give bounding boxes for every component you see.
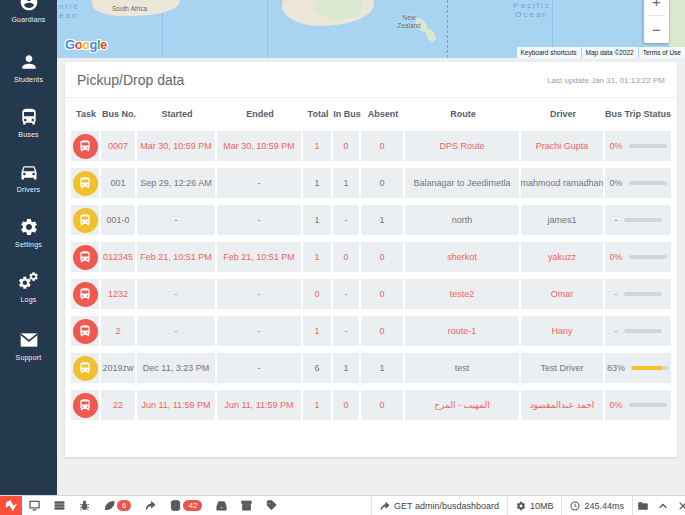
sidebar-item-students[interactable]: Students	[0, 52, 57, 83]
panel-title: Pickup/Drop data	[77, 72, 184, 88]
absent-cell: 0	[361, 168, 405, 198]
map-attribution: Keyboard shortcuts Map data ©2022 Terms …	[517, 47, 685, 58]
total-cell: 0	[303, 279, 333, 309]
table-row[interactable]: 001-0 - - 1 - 1 north james1 -	[71, 205, 671, 235]
forward-arrow-icon	[380, 501, 390, 511]
sidebar-item-buses[interactable]: Buses	[0, 107, 57, 138]
console-icon[interactable]	[22, 496, 47, 515]
queries-badge: 42	[183, 500, 202, 511]
terms-of-use-link[interactable]: Terms of Use	[639, 47, 685, 58]
bus-status-icon[interactable]	[73, 393, 98, 418]
bus-status-icon[interactable]	[73, 319, 98, 344]
sidebar-item-logs[interactable]: Logs	[0, 272, 57, 303]
bus-status-icon[interactable]	[73, 245, 98, 270]
progress-bar	[624, 329, 662, 333]
table-body: 0007 Mar 30, 10:59 PM Mar 30, 10:59 PM 1…	[65, 128, 677, 420]
table-row[interactable]: 001 Sep 29, 12:26 AM - 1 1 0 Balanagar t…	[71, 168, 671, 198]
sidebar-item-label: Logs	[21, 296, 37, 303]
student-icon	[19, 52, 39, 72]
started-cell: Mar 30, 10:59 PM	[137, 131, 217, 161]
folder-icon	[638, 501, 648, 511]
route-cell: DPS Route	[405, 131, 521, 161]
table-row[interactable]: 012345 Feb 21, 10:51 PM Feb 21, 10:51 PM…	[71, 242, 671, 272]
progress-percent-label: 0%	[609, 141, 622, 151]
driver-cell: Omar	[521, 279, 605, 309]
debugbar-status: GET admin/busdashboard 10MB 245.44ms	[371, 496, 685, 515]
request-chip[interactable]: GET admin/busdashboard	[371, 496, 507, 515]
views-tab[interactable]: 6	[97, 496, 138, 515]
folder-button[interactable]	[632, 496, 653, 515]
total-cell: 1	[303, 131, 333, 161]
memory-chip[interactable]: 10MB	[507, 496, 562, 515]
table-row[interactable]: 22 Jun 11, 11:59 PM Jun 11, 11:59 PM 1 0…	[71, 390, 671, 420]
sidebar-item-guardians[interactable]: Guardians	[0, 0, 57, 23]
sidebar-item-support[interactable]: Support	[0, 330, 57, 361]
in-bus-cell: 0	[333, 131, 361, 161]
time-chip[interactable]: 245.44ms	[561, 496, 632, 515]
sidebar-item-drivers[interactable]: Drivers	[0, 162, 57, 193]
zoom-in-button[interactable]: +	[644, 0, 669, 15]
progress-percent-label: -	[615, 326, 618, 336]
database-icon	[170, 500, 181, 511]
ocean-label-atlantic: nticean	[59, 2, 79, 20]
close-button[interactable]	[673, 496, 685, 515]
bus-status-icon[interactable]	[73, 208, 98, 233]
archive-icon[interactable]	[234, 496, 259, 515]
ended-cell: Mar 30, 10:59 PM	[217, 131, 303, 161]
started-cell: Sep 29, 12:26 AM	[137, 168, 217, 198]
app: Guardians Students Buses Drivers Setting…	[0, 0, 685, 515]
bus-status-icon[interactable]	[73, 356, 98, 381]
trip-status-cell: 0%	[605, 131, 671, 161]
column-header-ended: Ended	[217, 109, 303, 119]
ended-cell: Jun 11, 11:59 PM	[217, 390, 303, 420]
column-header-in-bus: In Bus	[333, 109, 361, 119]
column-header-started: Started	[137, 109, 217, 119]
queries-tab[interactable]: 42	[163, 496, 209, 515]
ended-cell: -	[217, 353, 303, 383]
driver-cell: Prachi Gupta	[521, 131, 605, 161]
google-logo[interactable]: Google	[65, 37, 107, 52]
total-cell: 1	[303, 390, 333, 420]
bus-no-cell: 012345	[101, 242, 137, 272]
route-cell: teste2	[405, 279, 521, 309]
zoom-out-button[interactable]: −	[644, 16, 669, 43]
minimize-button[interactable]	[653, 496, 673, 515]
close-icon	[678, 501, 685, 511]
started-cell: -	[137, 205, 217, 235]
table-row[interactable]: 2 - - 1 - 0 route-1 Hany -	[71, 316, 671, 346]
sidebar-item-label: Students	[14, 76, 43, 83]
table-row[interactable]: 2019zw Dec 11, 3:23 PM - 6 1 1 test Test…	[71, 353, 671, 383]
sidebar-item-label: Support	[16, 354, 42, 361]
sidebar-item-label: Buses	[18, 131, 38, 138]
task-cell	[71, 390, 101, 420]
bus-no-cell: 22	[101, 390, 137, 420]
map-gridline	[267, 0, 268, 58]
bus-status-icon[interactable]	[73, 134, 98, 159]
in-bus-cell: 0	[333, 390, 361, 420]
map-label-south-africa: South Africa	[112, 5, 147, 12]
task-cell	[71, 316, 101, 346]
trip-status-cell: 0%	[605, 168, 671, 198]
table-row[interactable]: 0007 Mar 30, 10:59 PM Mar 30, 10:59 PM 1…	[71, 131, 671, 161]
map[interactable]: nticean PacificOcean South Africa NewZea…	[57, 0, 685, 58]
bus-status-icon[interactable]	[73, 282, 98, 307]
bus-status-icon[interactable]	[73, 171, 98, 196]
views-badge: 6	[117, 500, 131, 511]
bug-icon[interactable]	[72, 496, 97, 515]
absent-cell: 0	[361, 131, 405, 161]
laravel-logo[interactable]	[0, 496, 22, 515]
trip-status-cell: 0%	[605, 242, 671, 272]
inbox-icon[interactable]	[209, 496, 234, 515]
share-icon[interactable]	[138, 496, 163, 515]
guardian-icon	[19, 0, 39, 12]
pickup-drop-panel: Pickup/Drop data Last update Jan 31, 01:…	[65, 62, 677, 457]
driver-cell: Test Driver	[521, 353, 605, 383]
progress-bar	[629, 255, 667, 259]
tags-icon[interactable]	[259, 496, 284, 515]
keyboard-shortcuts-link[interactable]: Keyboard shortcuts	[517, 47, 581, 58]
ended-cell: -	[217, 279, 303, 309]
sidebar-item-settings[interactable]: Settings	[0, 217, 57, 248]
list-icon[interactable]	[47, 496, 72, 515]
table-row[interactable]: 1232 - - 0 - 0 teste2 Omar -	[71, 279, 671, 309]
last-update-label: Last update Jan 31, 01:13:22 PM	[547, 76, 665, 85]
